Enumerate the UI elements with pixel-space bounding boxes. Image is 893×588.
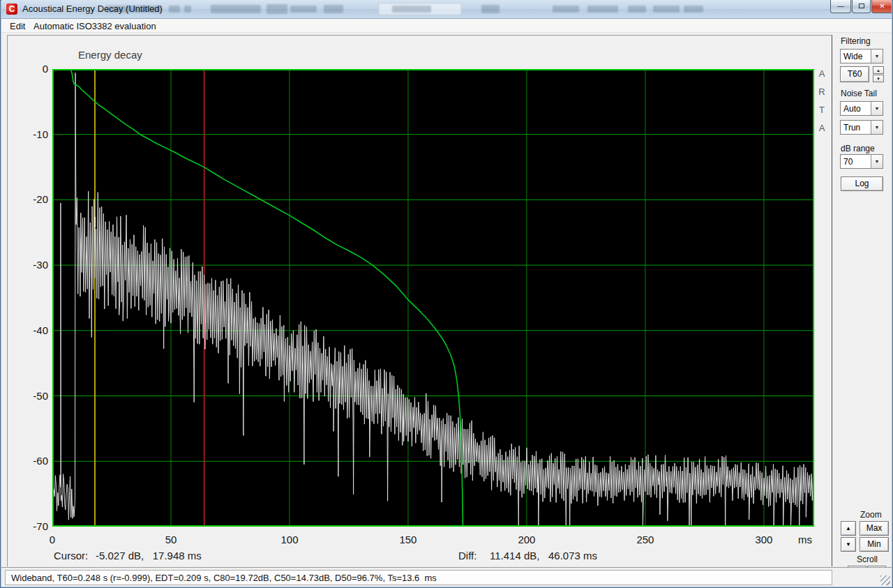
close-button[interactable]: ✕ bbox=[871, 0, 893, 13]
arta-watermark-letter: R bbox=[817, 86, 827, 97]
menu-edit[interactable]: Edit bbox=[7, 20, 28, 32]
blurred-parent-toolbar-shape bbox=[324, 5, 343, 13]
db-range-value: 70 bbox=[843, 157, 853, 167]
plot-title: Energy decay bbox=[78, 49, 142, 61]
blurred-parent-toolbar-shape bbox=[290, 6, 317, 13]
y-tick-label: -30 bbox=[19, 259, 48, 271]
y-tick-label: -70 bbox=[19, 520, 48, 532]
app-window: C Acoustical Energy Decay (Untitled) — ✕… bbox=[0, 0, 893, 588]
x-tick-label: 50 bbox=[157, 534, 185, 545]
truncation-value: Trun bbox=[843, 123, 860, 133]
blurred-parent-toolbar-shape bbox=[211, 5, 261, 13]
y-tick-label: -50 bbox=[19, 390, 48, 402]
arta-watermark-letter: A bbox=[817, 68, 827, 79]
status-text: Wideband, T60=0.248 s (r=-0.999), EDT=0.… bbox=[5, 570, 832, 585]
blurred-parent-toolbar-shape bbox=[653, 6, 680, 13]
noise-tail-combobox[interactable]: Auto ▼ bbox=[840, 101, 883, 116]
menu-automatic-iso3382-evaluation[interactable]: Automatic ISO3382 evaluation bbox=[31, 20, 159, 32]
energy-decay-plot[interactable] bbox=[52, 69, 814, 527]
maximize-button[interactable] bbox=[852, 0, 871, 13]
zoom-max-button[interactable]: Max bbox=[860, 521, 889, 536]
arta-watermark-letter: T bbox=[817, 105, 827, 115]
filtering-label: Filtering bbox=[841, 36, 871, 46]
x-tick-label: 300 bbox=[750, 534, 778, 545]
chevron-down-icon[interactable]: ▼ bbox=[871, 155, 883, 168]
arta-app-icon: C bbox=[6, 3, 17, 15]
log-button[interactable]: Log bbox=[841, 176, 883, 191]
y-tick-label: -40 bbox=[19, 324, 48, 336]
y-tick-label: -10 bbox=[19, 128, 48, 140]
diff-readout-label: Diff: bbox=[458, 550, 476, 561]
blurred-parent-toolbar-shape bbox=[169, 6, 180, 13]
zoom-min-button[interactable]: Min bbox=[860, 537, 889, 552]
chevron-down-icon[interactable]: ▼ bbox=[871, 121, 883, 134]
blurred-parent-toolbar-shape bbox=[267, 4, 287, 14]
arta-watermark-letter: A bbox=[817, 123, 827, 133]
blurred-parent-toolbar-shape bbox=[481, 5, 500, 13]
t60-button[interactable]: T60 bbox=[840, 66, 869, 82]
x-tick-label: 250 bbox=[631, 534, 659, 545]
blurred-parent-toolbar-shape bbox=[684, 6, 703, 13]
cursor-readout-label: Cursor: bbox=[54, 550, 88, 561]
zoom-down-button[interactable]: ▼ bbox=[841, 537, 856, 552]
y-tick-label: -20 bbox=[19, 193, 48, 205]
status-bar: Wideband, T60=0.248 s (r=-0.999), EDT=0.… bbox=[1, 567, 893, 587]
noise-tail-value: Auto bbox=[843, 104, 861, 114]
blurred-parent-toolbar-shape bbox=[628, 6, 646, 13]
x-tick-label: 200 bbox=[513, 534, 541, 545]
y-tick-label: -60 bbox=[19, 455, 48, 467]
resize-grip[interactable] bbox=[880, 575, 890, 585]
t60-spinner: ▲ ▼ bbox=[873, 66, 884, 82]
filtering-value: Wide bbox=[843, 52, 862, 61]
blurred-parent-toolbar-shape bbox=[184, 6, 191, 13]
noise-tail-label: Noise Tail bbox=[841, 89, 877, 98]
title-bar[interactable]: C Acoustical Energy Decay (Untitled) — ✕ bbox=[1, 0, 893, 19]
blurred-parent-toolbar-shape bbox=[553, 6, 579, 13]
x-tick-label: 150 bbox=[394, 534, 422, 545]
y-tick-label: 0 bbox=[19, 63, 48, 75]
zoom-label: Zoom bbox=[860, 510, 882, 520]
blurred-parent-toolbar-shape bbox=[587, 6, 618, 13]
blurred-parent-toolbar-shape bbox=[392, 6, 431, 13]
spinner-down-icon[interactable]: ▼ bbox=[873, 75, 884, 82]
filtering-combobox[interactable]: Wide ▼ bbox=[840, 49, 883, 63]
diff-readout-value: 11.414 dB, 46.073 ms bbox=[490, 550, 597, 561]
minimize-button[interactable]: — bbox=[830, 0, 851, 13]
chevron-down-icon[interactable]: ▼ bbox=[871, 50, 883, 63]
x-tick-label: 100 bbox=[276, 534, 303, 545]
db-range-label: dB range bbox=[841, 144, 875, 153]
db-range-combobox[interactable]: 70 ▼ bbox=[840, 154, 883, 169]
x-axis-unit-label: ms bbox=[783, 534, 812, 545]
window-title: Acoustical Energy Decay (Untitled) bbox=[22, 3, 163, 14]
cursor-readout-value: -5.027 dB, 17.948 ms bbox=[96, 550, 202, 561]
spinner-up-icon[interactable]: ▲ bbox=[873, 66, 884, 74]
plot-background bbox=[52, 69, 814, 527]
x-tick-label: 0 bbox=[38, 534, 66, 545]
maximize-icon bbox=[859, 3, 864, 8]
zoom-up-button[interactable]: ▲ bbox=[841, 521, 856, 536]
menu-bar: Edit Automatic ISO3382 evaluation bbox=[1, 19, 893, 33]
scroll-label: Scroll bbox=[857, 555, 878, 564]
truncation-combobox[interactable]: Trun ▼ bbox=[840, 120, 883, 135]
chevron-down-icon[interactable]: ▼ bbox=[871, 102, 883, 115]
